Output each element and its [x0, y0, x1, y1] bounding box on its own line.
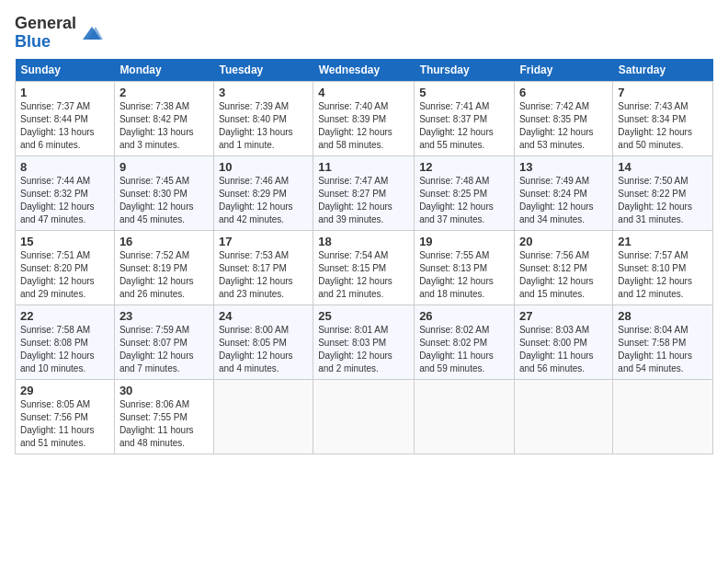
calendar-cell: 16 Sunrise: 7:52 AM Sunset: 8:19 PM Dayl… — [114, 230, 213, 304]
day-number: 26 — [419, 309, 509, 323]
day-number: 22 — [20, 309, 109, 323]
day-info: Sunrise: 7:47 AM Sunset: 8:27 PM Dayligh… — [318, 175, 409, 226]
calendar-cell: 2 Sunrise: 7:38 AM Sunset: 8:42 PM Dayli… — [114, 81, 213, 155]
day-info: Sunrise: 7:51 AM Sunset: 8:20 PM Dayligh… — [20, 249, 109, 301]
day-number: 18 — [318, 235, 409, 248]
logo-blue: Blue — [15, 32, 51, 51]
day-info: Sunrise: 7:42 AM Sunset: 8:35 PM Dayligh… — [519, 100, 608, 152]
day-number: 24 — [219, 309, 308, 323]
calendar-cell: 27 Sunrise: 8:03 AM Sunset: 8:00 PM Dayl… — [514, 304, 612, 379]
day-number: 17 — [219, 235, 308, 248]
day-info: Sunrise: 7:53 AM Sunset: 8:17 PM Dayligh… — [219, 249, 308, 301]
day-info: Sunrise: 7:52 AM Sunset: 8:19 PM Dayligh… — [119, 249, 209, 301]
day-number: 10 — [219, 160, 308, 174]
calendar-header-row: SundayMondayTuesdayWednesdayThursdayFrid… — [16, 59, 713, 82]
calendar-cell: 10 Sunrise: 7:46 AM Sunset: 8:29 PM Dayl… — [213, 155, 313, 230]
calendar-cell: 11 Sunrise: 7:47 AM Sunset: 8:27 PM Dayl… — [313, 155, 415, 230]
day-info: Sunrise: 7:40 AM Sunset: 8:39 PM Dayligh… — [318, 100, 409, 152]
weekday-header: Tuesday — [213, 59, 313, 82]
calendar-cell: 14 Sunrise: 7:50 AM Sunset: 8:22 PM Dayl… — [613, 155, 713, 230]
calendar-cell: 21 Sunrise: 7:57 AM Sunset: 8:10 PM Dayl… — [613, 230, 713, 304]
calendar-cell: 24 Sunrise: 8:00 AM Sunset: 8:05 PM Dayl… — [213, 304, 313, 379]
day-number: 6 — [519, 86, 608, 99]
day-info: Sunrise: 7:44 AM Sunset: 8:32 PM Dayligh… — [20, 175, 109, 226]
day-number: 5 — [419, 86, 509, 99]
day-info: Sunrise: 7:55 AM Sunset: 8:13 PM Dayligh… — [419, 249, 509, 301]
day-info: Sunrise: 7:38 AM Sunset: 8:42 PM Dayligh… — [119, 100, 209, 152]
calendar-cell: 1 Sunrise: 7:37 AM Sunset: 8:44 PM Dayli… — [16, 81, 115, 155]
calendar-cell: 19 Sunrise: 7:55 AM Sunset: 8:13 PM Dayl… — [415, 230, 515, 304]
calendar-week-row: 15 Sunrise: 7:51 AM Sunset: 8:20 PM Dayl… — [16, 230, 713, 304]
page-container: General Blue SundayMondayTuesdayWednesda… — [0, 0, 728, 462]
calendar-cell: 4 Sunrise: 7:40 AM Sunset: 8:39 PM Dayli… — [313, 81, 415, 155]
day-info: Sunrise: 7:49 AM Sunset: 8:24 PM Dayligh… — [519, 175, 608, 226]
day-number: 1 — [20, 86, 109, 99]
weekday-header: Saturday — [613, 59, 713, 82]
day-number: 19 — [419, 235, 509, 248]
calendar-cell: 12 Sunrise: 7:48 AM Sunset: 8:25 PM Dayl… — [415, 155, 515, 230]
day-info: Sunrise: 7:43 AM Sunset: 8:34 PM Dayligh… — [618, 100, 708, 152]
day-info: Sunrise: 7:54 AM Sunset: 8:15 PM Dayligh… — [318, 249, 409, 301]
calendar-cell: 29 Sunrise: 8:05 AM Sunset: 7:56 PM Dayl… — [16, 379, 115, 454]
calendar-week-row: 1 Sunrise: 7:37 AM Sunset: 8:44 PM Dayli… — [16, 81, 713, 155]
calendar-cell: 18 Sunrise: 7:54 AM Sunset: 8:15 PM Dayl… — [313, 230, 415, 304]
day-info: Sunrise: 7:39 AM Sunset: 8:40 PM Dayligh… — [219, 100, 308, 152]
calendar-cell: 22 Sunrise: 7:58 AM Sunset: 8:08 PM Dayl… — [16, 304, 115, 379]
calendar-cell: 17 Sunrise: 7:53 AM Sunset: 8:17 PM Dayl… — [213, 230, 313, 304]
logo-general: General — [15, 14, 76, 32]
day-number: 4 — [318, 86, 409, 99]
calendar-table: SundayMondayTuesdayWednesdayThursdayFrid… — [15, 59, 713, 454]
day-number: 27 — [519, 309, 608, 323]
day-info: Sunrise: 7:46 AM Sunset: 8:29 PM Dayligh… — [219, 175, 308, 226]
calendar-cell: 6 Sunrise: 7:42 AM Sunset: 8:35 PM Dayli… — [514, 81, 612, 155]
day-number: 23 — [119, 309, 209, 323]
day-info: Sunrise: 7:45 AM Sunset: 8:30 PM Dayligh… — [119, 175, 209, 226]
calendar-cell — [313, 379, 415, 454]
calendar-week-row: 22 Sunrise: 7:58 AM Sunset: 8:08 PM Dayl… — [16, 304, 713, 379]
calendar-cell — [613, 379, 713, 454]
day-info: Sunrise: 7:57 AM Sunset: 8:10 PM Dayligh… — [618, 249, 708, 301]
calendar-cell: 3 Sunrise: 7:39 AM Sunset: 8:40 PM Dayli… — [213, 81, 313, 155]
calendar-cell: 20 Sunrise: 7:56 AM Sunset: 8:12 PM Dayl… — [514, 230, 612, 304]
day-info: Sunrise: 7:37 AM Sunset: 8:44 PM Dayligh… — [20, 100, 109, 152]
calendar-cell: 7 Sunrise: 7:43 AM Sunset: 8:34 PM Dayli… — [613, 81, 713, 155]
day-info: Sunrise: 7:56 AM Sunset: 8:12 PM Dayligh… — [519, 249, 608, 301]
day-info: Sunrise: 7:58 AM Sunset: 8:08 PM Dayligh… — [20, 324, 109, 375]
day-number: 14 — [618, 160, 708, 174]
day-info: Sunrise: 8:06 AM Sunset: 7:55 PM Dayligh… — [119, 398, 209, 450]
day-info: Sunrise: 8:05 AM Sunset: 7:56 PM Dayligh… — [20, 398, 109, 450]
day-info: Sunrise: 8:00 AM Sunset: 8:05 PM Dayligh… — [219, 324, 308, 375]
logo-icon — [79, 23, 105, 43]
calendar-week-row: 8 Sunrise: 7:44 AM Sunset: 8:32 PM Dayli… — [16, 155, 713, 230]
calendar-cell: 5 Sunrise: 7:41 AM Sunset: 8:37 PM Dayli… — [415, 81, 515, 155]
calendar-cell: 23 Sunrise: 7:59 AM Sunset: 8:07 PM Dayl… — [114, 304, 213, 379]
weekday-header: Thursday — [415, 59, 515, 82]
weekday-header: Friday — [514, 59, 612, 82]
calendar-cell — [415, 379, 515, 454]
page-header: General Blue — [15, 15, 713, 52]
day-number: 13 — [519, 160, 608, 174]
day-number: 28 — [618, 309, 708, 323]
day-info: Sunrise: 8:03 AM Sunset: 8:00 PM Dayligh… — [519, 324, 608, 375]
day-number: 2 — [119, 86, 209, 99]
calendar-cell: 9 Sunrise: 7:45 AM Sunset: 8:30 PM Dayli… — [114, 155, 213, 230]
day-number: 20 — [519, 235, 608, 248]
day-number: 15 — [20, 235, 109, 248]
day-number: 29 — [20, 384, 109, 397]
day-info: Sunrise: 7:41 AM Sunset: 8:37 PM Dayligh… — [419, 100, 509, 152]
calendar-cell: 25 Sunrise: 8:01 AM Sunset: 8:03 PM Dayl… — [313, 304, 415, 379]
calendar-cell: 8 Sunrise: 7:44 AM Sunset: 8:32 PM Dayli… — [16, 155, 115, 230]
calendar-cell — [514, 379, 612, 454]
day-number: 11 — [318, 160, 409, 174]
calendar-cell: 13 Sunrise: 7:49 AM Sunset: 8:24 PM Dayl… — [514, 155, 612, 230]
day-number: 7 — [618, 86, 708, 99]
day-number: 9 — [119, 160, 209, 174]
day-info: Sunrise: 7:48 AM Sunset: 8:25 PM Dayligh… — [419, 175, 509, 226]
day-number: 12 — [419, 160, 509, 174]
day-info: Sunrise: 8:04 AM Sunset: 7:58 PM Dayligh… — [618, 324, 708, 375]
day-number: 16 — [119, 235, 209, 248]
day-info: Sunrise: 8:01 AM Sunset: 8:03 PM Dayligh… — [318, 324, 409, 375]
calendar-cell: 26 Sunrise: 8:02 AM Sunset: 8:02 PM Dayl… — [415, 304, 515, 379]
calendar-cell — [213, 379, 313, 454]
day-info: Sunrise: 8:02 AM Sunset: 8:02 PM Dayligh… — [419, 324, 509, 375]
